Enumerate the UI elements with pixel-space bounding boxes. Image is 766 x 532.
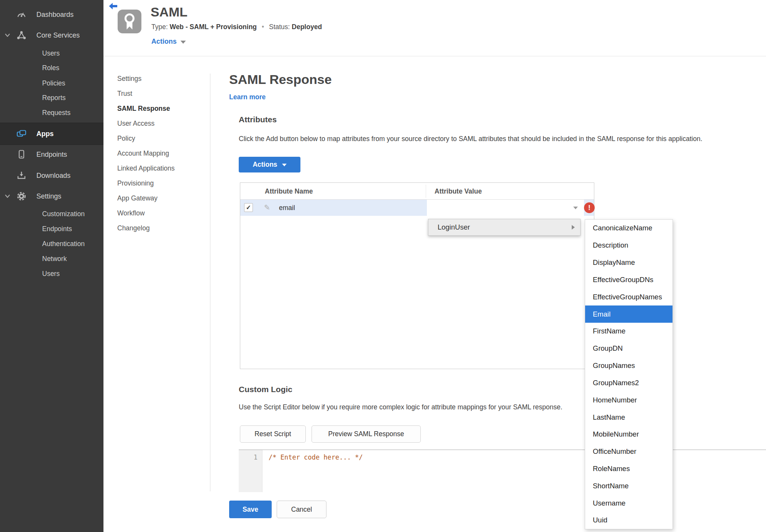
status-label: Status: <box>269 23 290 31</box>
sidebar-item-label: Policies <box>42 79 65 87</box>
sidebar-item-dashboards[interactable]: Dashboards <box>0 7 103 22</box>
subnav-item-settings[interactable]: Settings <box>117 71 205 86</box>
sidebar-item-users[interactable]: Users <box>0 47 103 59</box>
subnav-item-user-access[interactable]: User Access <box>117 116 205 131</box>
attribute-name-cell: email <box>279 200 295 216</box>
reset-script-button[interactable]: Reset Script <box>240 425 306 443</box>
app-meta: Type: Web - SAML + Provisioning • Status… <box>151 23 322 31</box>
submenu-item-email[interactable]: Email <box>585 305 673 323</box>
submenu-item-officenumber[interactable]: OfficeNumber <box>585 443 673 460</box>
checkmark-icon: ✓ <box>246 204 251 211</box>
attributes-table-header: Attribute Name Attribute Value <box>240 183 594 200</box>
attribute-value-select[interactable] <box>427 200 584 216</box>
app-title: SAML <box>151 5 187 20</box>
sidebar-item-network[interactable]: Network <box>0 253 103 265</box>
sidebar-item-label: Endpoints <box>36 151 67 158</box>
sidebar-item-label: Dashboards <box>36 11 74 18</box>
subnav-item-workflow[interactable]: Workflow <box>117 206 205 221</box>
submenu-item-uuid[interactable]: Uuid <box>585 512 673 529</box>
subnav-item-account-mapping[interactable]: Account Mapping <box>117 146 205 161</box>
sidebar-item-label: Network <box>42 255 67 263</box>
attributes-actions-button[interactable]: Actions <box>239 157 300 172</box>
sidebar-item-reports[interactable]: Reports <box>0 92 103 104</box>
header-actions-menu[interactable]: Actions <box>151 38 186 46</box>
column-divider <box>426 185 426 198</box>
editor-code[interactable]: /* Enter code here... */ <box>269 453 363 461</box>
cancel-button[interactable]: Cancel <box>277 501 326 518</box>
subnav-divider <box>210 74 210 491</box>
attributes-heading: Attributes <box>239 115 277 124</box>
submenu-item-description[interactable]: Description <box>585 237 673 254</box>
download-icon <box>16 170 27 181</box>
sidebar-item-apps[interactable]: Apps <box>0 123 103 145</box>
subnav-item-saml-response[interactable]: SAML Response <box>117 101 205 116</box>
custom-logic-heading: Custom Logic <box>239 385 292 394</box>
column-header-attribute-name: Attribute Name <box>265 183 313 200</box>
sidebar-item-requests[interactable]: Requests <box>0 107 103 119</box>
chevron-down-icon <box>5 33 10 38</box>
sidebar-item-authentication[interactable]: Authentication <box>0 238 103 250</box>
sidebar-item-label: Settings <box>36 192 61 200</box>
sidebar-item-label: Requests <box>42 109 71 117</box>
sidebar-item-customization[interactable]: Customization <box>0 208 103 220</box>
subnav-item-linked-applications[interactable]: Linked Applications <box>117 161 205 176</box>
sidebar-item-label: Authentication <box>42 240 85 248</box>
row-checkbox[interactable]: ✓ <box>244 203 253 212</box>
submenu-item-rolenames[interactable]: RoleNames <box>585 460 673 478</box>
sidebar-item-label: Reports <box>42 94 66 102</box>
sidebar-item-label: Users <box>42 49 60 57</box>
page: Dashboards Core Services Users Roles Pol… <box>0 0 766 532</box>
sidebar-item-endpoints[interactable]: Endpoints <box>0 147 103 162</box>
sidebar-item-policies[interactable]: Policies <box>0 77 103 89</box>
gear-icon <box>16 191 27 202</box>
sidebar-item-settings-users[interactable]: Users <box>0 268 103 280</box>
submenu-item-displayname[interactable]: DisplayName <box>585 254 673 271</box>
sidebar-item-label: Core Services <box>36 31 80 39</box>
submenu-item-canonicalizename[interactable]: CanonicalizeName <box>585 220 673 237</box>
line-number: 1 <box>254 453 258 461</box>
save-button[interactable]: Save <box>229 501 272 518</box>
submenu-item-mobilenumber[interactable]: MobileNumber <box>585 426 673 443</box>
award-ribbon-icon <box>118 10 141 33</box>
dot-separator: • <box>259 23 267 31</box>
endpoints-icon <box>16 149 27 160</box>
subnav-item-changelog[interactable]: Changelog <box>117 221 205 236</box>
learn-more-link[interactable]: Learn more <box>229 93 266 101</box>
sidebar-item-label: Endpoints <box>42 225 72 233</box>
status-badge: Deployed <box>292 23 322 31</box>
submenu-item-groupnames[interactable]: GroupNames <box>585 357 673 374</box>
submenu-item-effectivegroupnames[interactable]: EffectiveGroupNames <box>585 288 673 305</box>
pencil-icon: ✎ <box>264 200 270 216</box>
back-arrow-icon[interactable] <box>108 2 118 10</box>
header-actions-label: Actions <box>151 38 177 45</box>
submenu-item-groupdn[interactable]: GroupDN <box>585 340 673 357</box>
subnav-item-policy[interactable]: Policy <box>117 131 205 146</box>
submenu-item-lastname[interactable]: LastName <box>585 409 673 426</box>
sidebar-item-roles[interactable]: Roles <box>0 62 103 74</box>
table-row[interactable]: ✓ ✎ email ! <box>240 200 594 216</box>
attributes-actions-label: Actions <box>253 161 277 168</box>
submenu-item-homenumber[interactable]: HomeNumber <box>585 391 673 409</box>
submenu-item-groupnames2[interactable]: GroupNames2 <box>585 374 673 391</box>
sidebar-item-core-services[interactable]: Core Services <box>0 28 103 43</box>
sidebar-item-settings[interactable]: Settings <box>0 189 103 204</box>
preview-saml-response-button[interactable]: Preview SAML Response <box>312 425 421 443</box>
script-editor[interactable]: 1 /* Enter code here... */ <box>239 450 766 492</box>
sidebar-item-label: Apps <box>36 130 54 138</box>
sidebar-item-label: Users <box>42 270 60 277</box>
submenu-item-shortname[interactable]: ShortName <box>585 477 673 494</box>
apps-icon <box>16 128 27 139</box>
sidebar-item-settings-endpoints[interactable]: Endpoints <box>0 223 103 235</box>
editor-gutter: 1 <box>239 450 262 492</box>
caret-down-icon <box>282 164 287 166</box>
submenu-item-effectivegroupdns[interactable]: EffectiveGroupDNs <box>585 271 673 288</box>
core-services-icon <box>16 30 27 41</box>
value-dropdown-root[interactable]: LoginUser <box>428 219 581 236</box>
subnav-item-provisioning[interactable]: Provisioning <box>117 176 205 191</box>
subnav-item-app-gateway[interactable]: App Gateway <box>117 191 205 206</box>
sidebar-item-downloads[interactable]: Downloads <box>0 168 103 183</box>
submenu-item-firstname[interactable]: FirstName <box>585 323 673 340</box>
submenu-item-username[interactable]: Username <box>585 494 673 512</box>
attributes-table: Attribute Name Attribute Value ✓ ✎ email… <box>240 182 594 369</box>
subnav-item-trust[interactable]: Trust <box>117 86 205 101</box>
